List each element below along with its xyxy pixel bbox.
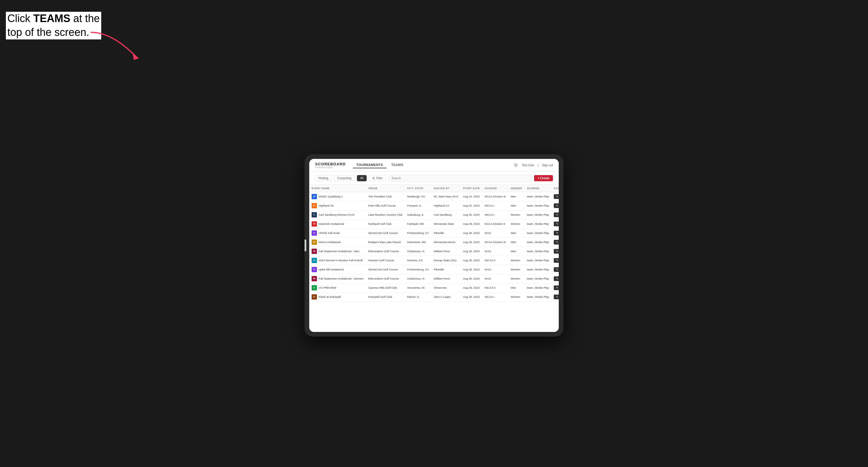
cell-venue-8: StoneCrest Golf Course [366, 265, 405, 274]
cell-venue-3: Faribault Golf Club [366, 219, 405, 228]
cell-date-1: Aug 25, 2023 [461, 201, 482, 210]
cell-actions-4: Edit [551, 228, 559, 238]
tablet-screen: SCOREBOARD Powered by Clippit TOURNAMENT… [309, 159, 559, 332]
table-row: H Highland 36 Park Hills Golf Course Fre… [309, 201, 559, 210]
cell-scoring-7: team, Stroke Play [525, 256, 551, 265]
table-row: M Maverick Invitational Faribault Golf C… [309, 219, 559, 228]
cell-event-3: M Maverick Invitational [309, 219, 366, 228]
cell-venue-0: The Powelton Club [366, 192, 405, 201]
cell-date-10: Aug 28, 2023 [461, 283, 482, 292]
table-row: C Carl Sandburg Women FA23 Lake Bracken … [309, 210, 559, 219]
col-actions: ACTIONS [551, 185, 559, 192]
cell-hosted-9: William Penn [431, 274, 461, 283]
edit-button-2[interactable]: Edit [554, 213, 559, 217]
table-row: W Fall Statesmen Invitational - Women Ed… [309, 274, 559, 283]
search-input[interactable] [389, 175, 532, 182]
cell-city-8: Prestonsburg, KY [405, 265, 431, 274]
edit-button-9[interactable]: Edit [554, 276, 559, 281]
header-right: Test User | Sign out [514, 163, 553, 167]
cell-venue-10: Cypress Hills Golf Club [366, 283, 405, 292]
edit-button-8[interactable]: Edit [554, 267, 559, 272]
col-start-date: START DATE [461, 185, 482, 192]
cell-city-0: Newburgh, NY [405, 192, 431, 201]
event-name-1: Highland 36 [319, 204, 334, 207]
col-division: DIVISION [482, 185, 508, 192]
cell-date-6: Aug 28, 2023 [461, 247, 482, 256]
tablet-frame: SCOREBOARD Powered by Clippit TOURNAMENT… [305, 154, 563, 337]
cell-venue-4: StoneCrest Golf Course [366, 228, 405, 238]
table-row: K Klash at Kokopelli Kokopelli Golf Club… [309, 292, 559, 301]
filter-label: Filter [376, 177, 382, 180]
app-header: SCOREBOARD Powered by Clippit TOURNAMENT… [309, 159, 559, 172]
sign-out-link[interactable]: Sign out [542, 164, 553, 167]
cell-division-10: NICAA II [482, 283, 508, 292]
cell-division-8: NAIA [482, 265, 508, 274]
cell-city-2: Galesburg, IL [405, 210, 431, 219]
cell-city-6: Oskaloosa, IA [405, 247, 431, 256]
cell-city-1: Freeport, IL [405, 201, 431, 210]
header-separator: | [538, 164, 539, 167]
cell-venue-1: Park Hills Golf Course [366, 201, 405, 210]
edit-button-4[interactable]: Edit [554, 231, 559, 236]
cell-division-0: NCAA Division III [482, 192, 508, 201]
team-logo-5: M [312, 240, 317, 245]
event-name-6: Fall Statesmen Invitational - Men [319, 250, 359, 253]
nav-item-tournaments[interactable]: TOURNAMENTS [353, 162, 386, 168]
edit-button-6[interactable]: Edit [554, 249, 559, 254]
table-row: V VU PREVIEW Cypress Hills Golf Club Vin… [309, 283, 559, 292]
edit-button-10[interactable]: Edit [554, 285, 559, 290]
cell-gender-7: Women [508, 256, 524, 265]
cell-actions-0: Edit [551, 192, 559, 201]
cell-hosted-3: Minnesota State [431, 219, 461, 228]
col-hosted-by: HOSTED BY [431, 185, 461, 192]
cell-event-10: V VU PREVIEW [309, 283, 366, 292]
cell-gender-5: Men [508, 238, 524, 247]
side-tab [305, 240, 306, 251]
cell-scoring-1: team, Stroke Play [525, 201, 551, 210]
table-row: W Fall Statesmen Invitational - Men Edmu… [309, 247, 559, 256]
create-button[interactable]: + Create [534, 175, 553, 181]
cell-hosted-6: William Penn [431, 247, 461, 256]
toolbar: Hosting Competing All ☰ Filter + Create [309, 172, 559, 185]
cell-date-4: Aug 28, 2023 [461, 228, 482, 238]
nav-item-teams[interactable]: TEAMS [388, 162, 407, 168]
edit-button-5[interactable]: Edit [554, 240, 559, 245]
cell-actions-10: Edit [551, 283, 559, 292]
table-row: M MSMC Qualifying 1 The Powelton Club Ne… [309, 192, 559, 201]
cell-actions-6: Edit [551, 247, 559, 256]
cell-city-11: Marion, IL [405, 292, 431, 301]
competing-filter-btn[interactable]: Competing [334, 175, 354, 181]
settings-icon[interactable] [514, 163, 518, 167]
hosting-filter-btn[interactable]: Hosting [315, 175, 332, 181]
cell-gender-11: Women [508, 292, 524, 301]
team-logo-1: H [312, 203, 317, 208]
cell-city-7: Hesston, KS [405, 256, 431, 265]
tournaments-table: EVENT NAME VENUE CITY, STATE HOSTED BY S… [309, 185, 559, 302]
cell-actions-8: Edit [551, 265, 559, 274]
cell-venue-6: Edmundson Golf Course [366, 247, 405, 256]
annotation-text: Click TEAMS at thetop of the screen. [6, 12, 101, 39]
cell-hosted-11: John A Logan [431, 292, 461, 301]
edit-button-1[interactable]: Edit [554, 203, 559, 208]
cell-scoring-8: team, Stroke Play [525, 265, 551, 274]
cell-date-9: Aug 28, 2023 [461, 274, 482, 283]
cell-event-7: H 2023 Women's Hesston Fall Kickoff [309, 256, 366, 265]
cell-gender-0: Men [508, 192, 524, 201]
event-name-7: 2023 Women's Hesston Fall Kickoff [319, 259, 363, 262]
cell-hosted-8: Pikeville [431, 265, 461, 274]
all-filter-btn[interactable]: All [357, 175, 367, 181]
tournaments-table-container: EVENT NAME VENUE CITY, STATE HOSTED BY S… [309, 185, 559, 332]
cell-city-10: Vincennes, IN [405, 283, 431, 292]
cell-date-0: Aug 24, 2023 [461, 192, 482, 201]
cell-hosted-4: Pikeville [431, 228, 461, 238]
edit-button-7[interactable]: Edit [554, 258, 559, 263]
table-row: M Morris Invitational Ruttger's Bay Lake… [309, 238, 559, 247]
cell-division-4: NAIA [482, 228, 508, 238]
cell-actions-1: Edit [551, 201, 559, 210]
cell-division-11: NICAA I [482, 292, 508, 301]
filter-icon-btn[interactable]: ☰ Filter [369, 175, 386, 181]
edit-button-0[interactable]: Edit [554, 194, 559, 199]
cell-scoring-2: team, Stroke Play [525, 210, 551, 219]
edit-button-11[interactable]: Edit [554, 294, 559, 299]
edit-button-3[interactable]: Edit [554, 222, 559, 226]
